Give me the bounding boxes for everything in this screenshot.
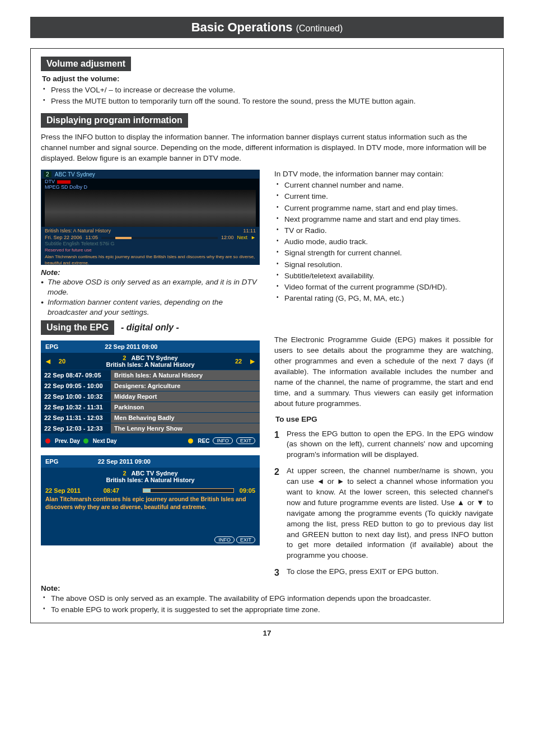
list-item: To enable EPG to work properly, it is su… — [43, 605, 493, 615]
banner-date: Fri. Sep 22 2006 — [45, 235, 82, 241]
epg-step-1: 1 Press the EPG button to open the EPG. … — [274, 429, 493, 461]
banner-progress — [101, 237, 218, 239]
list-item: Current channel number and name. — [277, 180, 493, 190]
page-header: Basic Operations (Continued) — [30, 17, 504, 38]
epg-detail-head-label: EPG — [45, 458, 98, 465]
step-number: 2 — [274, 466, 282, 561]
list-item: The above OSD is only served as an examp… — [43, 594, 493, 604]
epg-list-osd: EPG 22 Sep 2011 09:00 ◄ 20 2 ABC TV Sydn… — [41, 340, 260, 447]
epg-detail-desc: Alan Titchmarsh continues his epic journ… — [41, 496, 260, 533]
epg-step-3: 3 To close the EPG, press EXIT or EPG bu… — [274, 567, 493, 579]
epg-prev-ch: 20 — [59, 358, 65, 365]
list-item: Subtitle/teletext availability. — [277, 271, 493, 281]
dtv-contains-intro: In DTV mode, the information banner may … — [274, 170, 493, 178]
list-item: Parental rating (G, PG, M, MA, etc.) — [277, 293, 493, 304]
epg-detail-datetime: 22 Sep 2011 09:00 — [98, 458, 151, 465]
banner-ch-name: ABC TV Sydney — [55, 171, 95, 178]
epg-detail-date: 22 Sep 2011 — [45, 487, 98, 494]
list-item: Signal resolution. — [277, 260, 493, 270]
epg-row-prog: Men Behaving Badly — [111, 413, 260, 423]
green-dot-icon — [83, 438, 88, 444]
epg-head-label: EPG — [45, 343, 58, 350]
note-item: The above OSD is only served as an examp… — [41, 277, 260, 297]
red-dot-icon — [45, 438, 50, 444]
epg-row-prog: Designers: Agriculture — [111, 381, 260, 391]
list-item: Press the MUTE button to temporarily tur… — [43, 96, 493, 106]
epg-detail-start: 08:47 — [104, 487, 137, 494]
epg-row-time: 22 Sep 09:05 - 10:00 — [41, 381, 111, 391]
volume-list: Press the VOL+/ – to increase or decreas… — [41, 85, 493, 106]
epg-rec[interactable]: REC — [198, 438, 209, 444]
banner-meta: Subtitle English Teletext 576i G — [45, 241, 114, 246]
list-item: Current time. — [277, 192, 493, 202]
main-content: Volume adjusment To adjust the volume: P… — [30, 48, 504, 623]
epg-cur-prog: British Isles: A Natural History — [106, 361, 194, 368]
banner-rsv: Reserved for future use — [45, 248, 256, 253]
epg-next-day[interactable]: Next Day — [93, 438, 117, 444]
note-label: Note: — [41, 268, 260, 277]
epg-row-prog: Midday Report — [111, 391, 260, 402]
epg-detail-exit-pill[interactable]: EXIT — [236, 536, 255, 543]
info-banner-osd: 2 ABC TV Sydney DTV MPEG SD Dolby D Brit… — [41, 170, 260, 265]
epg-exit-pill[interactable]: EXIT — [236, 437, 255, 444]
chevron-left-icon[interactable]: ◄ — [44, 357, 52, 366]
epg-digital-label: - digital only - — [121, 323, 179, 332]
epg-step-2: 2 At upper screen, the channel number/na… — [274, 466, 493, 561]
chevron-right-icon[interactable]: ► — [249, 357, 256, 366]
note-item: Information banner content varies, depen… — [41, 297, 260, 317]
banner-red-bar — [57, 180, 71, 184]
page-number: 17 — [30, 629, 504, 637]
list-item: Audio mode, audio track. — [277, 237, 493, 247]
list-item: Current programme name, start and end pl… — [277, 203, 493, 213]
banner-next: Next — [237, 235, 248, 241]
epg-touse-head: To use EPG — [275, 415, 493, 423]
banner-prog: British Isles: A Natural History — [45, 228, 111, 235]
banner-dtv: DTV — [45, 179, 55, 184]
epg-section-tag: Using the EPG — [41, 320, 114, 335]
epg-cur-ch-name: ABC TV Sydney — [132, 354, 178, 361]
epg-table: 22 Sep 08:47- 09:05British Isles: A Natu… — [41, 370, 260, 434]
epg-row-time: 22 Sep 12:03 - 12:33 — [41, 423, 111, 433]
step-text: To close the EPG, press EXIT or EPG butt… — [287, 567, 493, 579]
chevron-right-icon: ► — [251, 235, 256, 241]
banner-scene — [45, 190, 256, 227]
list-item: TV or Radio. — [277, 226, 493, 236]
epg-row-time: 22 Sep 11:31 - 12:03 — [41, 413, 111, 423]
banner-t2: 12:00 — [221, 235, 234, 241]
epg-row-time: 22 Sep 10:00 - 10:32 — [41, 391, 111, 402]
epg-detail-info-pill[interactable]: INFO — [214, 536, 235, 543]
epg-row-time: 22 Sep 08:47- 09:05 — [41, 370, 111, 380]
list-item: Video format of the current programme (S… — [277, 282, 493, 292]
banner-codec: MPEG SD Dolby D — [45, 184, 87, 190]
header-sub: (Continued) — [296, 24, 343, 33]
epg-detail-osd: EPG 22 Sep 2011 09:00 2 ABC TV Sydney Br… — [41, 455, 260, 545]
epg-detail-prog: British Isles: A Natural History — [106, 477, 194, 483]
volume-subhead: To adjust the volume: — [42, 74, 493, 83]
volume-section-tag: Volume adjusment — [41, 57, 131, 71]
epg-row-time: 22 Sep 10:32 - 11:31 — [41, 402, 111, 412]
epg-intro: The Electronic Programme Guide (EPG) mak… — [274, 335, 493, 409]
list-item: Next programme name and start and end pl… — [277, 214, 493, 225]
epg-detail-ch-no: 2 — [123, 470, 126, 477]
epg-detail-progress — [143, 488, 234, 493]
step-text: Press the EPG button to open the EPG. In… — [287, 429, 493, 461]
step-number: 3 — [274, 567, 282, 579]
banner-t1: 11:05 — [86, 235, 99, 241]
banner-now: 11:11 — [243, 228, 256, 235]
epg-info-pill[interactable]: INFO — [213, 437, 233, 444]
list-item: Press the VOL+/ – to increase or decreas… — [43, 85, 493, 95]
display-section-tag: Displaying program information — [41, 113, 188, 128]
epg-prev-day[interactable]: Prev. Day — [55, 438, 80, 444]
list-item: Signal strength for current channel. — [277, 248, 493, 258]
display-intro: Press the INFO button to display the inf… — [41, 132, 493, 164]
bottom-note-label: Note: — [41, 584, 493, 592]
step-text: At upper screen, the channel number/name… — [287, 466, 493, 561]
yellow-dot-icon — [188, 438, 193, 444]
epg-row-prog: British Isles: A Natural History — [111, 370, 260, 380]
banner-ch-no: 2 — [44, 171, 51, 178]
step-number: 1 — [274, 429, 282, 461]
epg-next-ch: 22 — [235, 358, 242, 365]
banner-desc: Alan Titchmarsh continues his epic journ… — [45, 254, 255, 265]
epg-detail-ch-name: ABC TV Sydney — [131, 470, 177, 477]
epg-row-prog: The Lenny Henry Show — [111, 423, 260, 433]
